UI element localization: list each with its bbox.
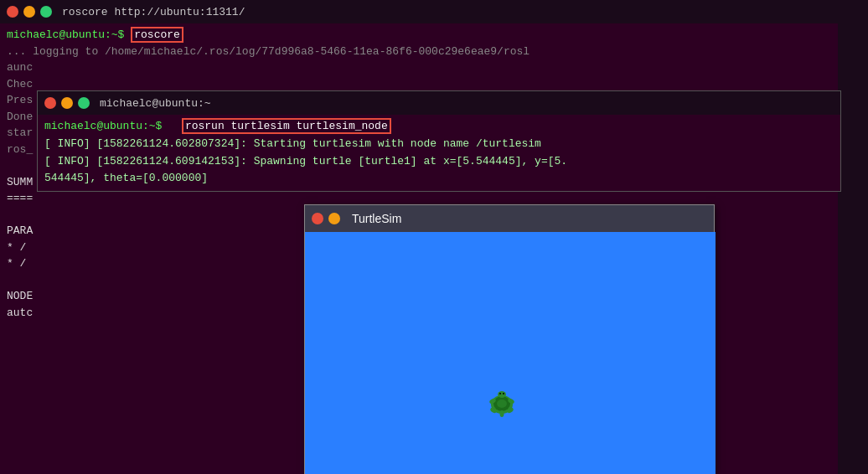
term2-titlebar: michaelc@ubuntu:~ <box>38 91 840 115</box>
turtlesim-window: TurtleSim <box>304 204 715 474</box>
term1-titlebar: roscore http://ubuntu:11311/ <box>0 0 838 23</box>
turtlesim-min-button[interactable] <box>328 213 340 224</box>
turtlesim-titlebar: TurtleSim <box>305 205 714 232</box>
term2-content: michaelc@ubuntu:~$ rosrun turtlesim turt… <box>38 115 840 191</box>
term2-prompt-line: michaelc@ubuntu:~$ rosrun turtlesim turt… <box>44 118 834 136</box>
terminal-2[interactable]: michaelc@ubuntu:~ michaelc@ubuntu:~$ ros… <box>37 90 841 192</box>
term2-min-button[interactable] <box>61 97 73 109</box>
term1-close-button[interactable] <box>7 6 18 18</box>
turtle-sprite <box>481 383 523 425</box>
term1-min-button[interactable] <box>23 6 35 18</box>
turtlesim-title: TurtleSim <box>352 212 401 225</box>
svg-point-2 <box>497 399 507 408</box>
turtlesim-close-button[interactable] <box>312 213 323 224</box>
svg-point-10 <box>500 410 504 417</box>
term1-line1: aunc <box>7 59 831 76</box>
term1-prompt: michaelc@ubuntu:~$ <box>7 28 124 41</box>
term2-info3: 544445], theta=[0.000000] <box>44 170 834 188</box>
term1-log-line: ... logging to /home/michaelc/.ros/log/7… <box>7 44 831 60</box>
right-strip <box>838 0 868 474</box>
term2-max-button[interactable] <box>78 97 90 109</box>
turtlesim-canvas <box>305 232 716 474</box>
svg-point-4 <box>499 393 501 394</box>
term2-title: michaelc@ubuntu:~ <box>100 97 211 110</box>
term1-prompt-line: michaelc@ubuntu:~$ roscore <box>7 27 831 44</box>
term2-cmd: rosrun turtlesim turtlesim_node <box>182 118 391 134</box>
term2-close-button[interactable] <box>44 97 56 109</box>
term1-title: roscore http://ubuntu:11311/ <box>62 6 245 18</box>
term2-info1: [ INFO] [1582261124.602807324]: Starting… <box>44 136 834 153</box>
term1-max-button[interactable] <box>40 6 52 18</box>
term2-prompt: michaelc@ubuntu:~$ <box>44 120 162 132</box>
term1-cmd: roscore <box>134 28 180 41</box>
term2-info2: [ INFO] [1582261124.609142153]: Spawning… <box>44 153 834 171</box>
svg-point-5 <box>503 393 504 394</box>
term1-cmd-highlight: roscore <box>131 27 183 43</box>
svg-point-3 <box>498 391 506 398</box>
